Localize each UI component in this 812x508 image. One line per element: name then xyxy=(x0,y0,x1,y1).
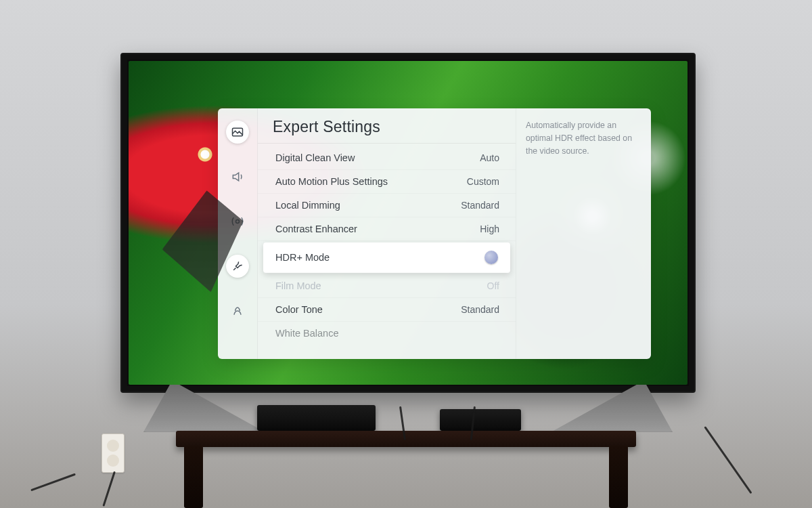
row-hdr-plus-mode[interactable]: HDR+ Mode xyxy=(263,242,510,273)
row-digital-clean-view[interactable]: Digital Clean View Auto xyxy=(258,146,516,170)
row-white-balance[interactable]: White Balance xyxy=(258,322,516,339)
console-box xyxy=(257,405,376,431)
panel-hint: Automatically provide an optimal HDR eff… xyxy=(516,108,651,359)
table-leg xyxy=(184,446,203,508)
toggle-icon[interactable] xyxy=(484,251,498,264)
picture-icon[interactable] xyxy=(226,121,249,144)
row-label: Digital Clean View xyxy=(275,152,355,163)
row-label: Local Dimming xyxy=(275,200,340,211)
settings-sidebar xyxy=(218,108,257,359)
row-value: Standard xyxy=(461,200,499,211)
row-film-mode: Film Mode Off xyxy=(258,274,516,298)
table-top xyxy=(176,431,636,447)
media-box xyxy=(440,409,521,431)
power-cable xyxy=(704,426,752,494)
row-color-tone[interactable]: Color Tone Standard xyxy=(258,298,516,322)
tv-stand-leg xyxy=(551,385,702,432)
tv-stand-table xyxy=(176,431,636,508)
row-label: Film Mode xyxy=(275,280,321,291)
television: Expert Settings Digital Clean View Auto … xyxy=(120,53,696,393)
row-value: Standard xyxy=(461,304,499,315)
general-icon[interactable] xyxy=(226,255,249,278)
sound-icon[interactable] xyxy=(226,165,249,188)
row-value: Auto xyxy=(480,152,499,163)
row-label: HDR+ Mode xyxy=(275,252,330,263)
row-value: Off xyxy=(487,280,499,291)
row-label: Contrast Enhancer xyxy=(275,224,357,234)
row-auto-motion-plus[interactable]: Auto Motion Plus Settings Custom xyxy=(258,170,516,194)
panel-title: Expert Settings xyxy=(258,108,516,144)
row-contrast-enhancer[interactable]: Contrast Enhancer High xyxy=(258,217,516,241)
power-cable xyxy=(30,473,76,492)
svg-point-1 xyxy=(236,220,240,224)
row-label: Color Tone xyxy=(275,304,323,315)
row-value: High xyxy=(480,224,499,234)
row-label: Auto Motion Plus Settings xyxy=(275,176,388,187)
tv-stand-leg xyxy=(114,385,265,432)
tv-screen: Expert Settings Digital Clean View Auto … xyxy=(129,61,687,385)
row-label: White Balance xyxy=(275,328,339,339)
row-local-dimming[interactable]: Local Dimming Standard xyxy=(258,194,516,217)
power-cable xyxy=(102,471,116,507)
row-value: Custom xyxy=(467,176,499,187)
table-leg xyxy=(609,446,628,508)
settings-panel: Expert Settings Digital Clean View Auto … xyxy=(218,108,651,359)
wall-outlet xyxy=(102,433,125,473)
support-icon[interactable] xyxy=(226,299,249,322)
broadcast-icon[interactable] xyxy=(226,210,249,233)
settings-list: Expert Settings Digital Clean View Auto … xyxy=(257,108,516,359)
settings-rows: Digital Clean View Auto Auto Motion Plus… xyxy=(258,144,516,359)
